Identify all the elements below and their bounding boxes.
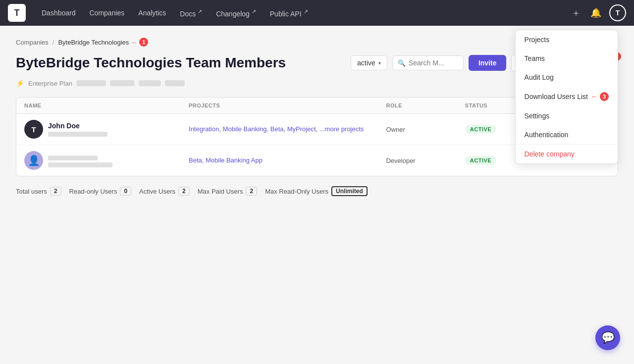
annotation-badge-3: 3 bbox=[600, 92, 609, 101]
total-users-label: Total users bbox=[16, 188, 47, 195]
avatar-2: 👤 bbox=[24, 151, 43, 170]
avatar-1: T bbox=[24, 120, 43, 139]
dropdown-item-delete-company[interactable]: Delete company bbox=[516, 145, 618, 163]
user-name-2-blurred bbox=[48, 156, 98, 160]
status-badge-2: ACTIVE bbox=[465, 156, 496, 165]
search-box: 🔍 bbox=[392, 55, 464, 70]
active-users-label: Active Users bbox=[139, 188, 175, 195]
download-users-label: Download Users List bbox=[525, 93, 588, 101]
dropdown-menu: Projects Teams Audit Log Download Users … bbox=[515, 30, 618, 164]
search-input[interactable] bbox=[409, 59, 458, 67]
topnav-right: ＋ 🔔 T bbox=[570, 4, 626, 21]
nav-dashboard[interactable]: Dashboard bbox=[36, 6, 82, 20]
stats-row: Total users 2 Read-only Users 0 Active U… bbox=[16, 186, 618, 196]
dropdown-item-teams[interactable]: Teams bbox=[516, 49, 618, 68]
user-email-1-blurred bbox=[48, 132, 107, 137]
page-title: ByteBridge Technologies Team Members bbox=[16, 54, 343, 71]
breadcrumb-current-label: ByteBridge Technologies bbox=[58, 39, 129, 46]
blurred-bar-4 bbox=[165, 80, 185, 86]
role-cell-2: Developer bbox=[386, 157, 465, 164]
status-filter[interactable]: active ▾ bbox=[351, 55, 387, 70]
filter-value: active bbox=[357, 59, 375, 67]
nav-changelog[interactable]: Changelog ↗ bbox=[210, 5, 262, 21]
breadcrumb-annotation: ← 1 bbox=[131, 38, 148, 47]
user-cell-1: T John Doe bbox=[24, 120, 189, 139]
active-users-value: 2 bbox=[178, 187, 190, 196]
breadcrumb-companies[interactable]: Companies bbox=[16, 39, 49, 46]
app-logo[interactable]: T bbox=[8, 4, 26, 22]
chevron-down-icon: ▾ bbox=[378, 60, 381, 66]
nav-public-api[interactable]: Public API ↗ bbox=[264, 5, 314, 21]
user-avatar[interactable]: T bbox=[609, 4, 626, 21]
blurred-bar-3 bbox=[139, 80, 161, 86]
top-navigation: T Dashboard Companies Analytics Docs ↗ C… bbox=[0, 0, 634, 26]
enterprise-label: Enterprise Plan bbox=[28, 80, 72, 87]
notifications-icon[interactable]: 🔔 bbox=[588, 5, 603, 20]
user-name-1: John Doe bbox=[48, 122, 107, 130]
user-cell-2: 👤 bbox=[24, 151, 189, 170]
projects-cell-2[interactable]: Beta, Mobile Banking App bbox=[189, 156, 386, 165]
lightning-icon: ⚡ bbox=[16, 79, 24, 87]
user-info-2 bbox=[48, 154, 112, 167]
dropdown-item-projects[interactable]: Projects bbox=[516, 30, 618, 49]
col-name: NAME bbox=[24, 103, 189, 108]
user-email-2-blurred bbox=[48, 162, 112, 167]
search-icon: 🔍 bbox=[398, 59, 406, 67]
nav-companies[interactable]: Companies bbox=[84, 6, 131, 20]
invite-button[interactable]: Invite bbox=[469, 55, 507, 71]
stat-max-paid: Max Paid Users 2 bbox=[198, 187, 257, 196]
total-users-value: 2 bbox=[50, 187, 61, 196]
max-paid-value: 2 bbox=[246, 187, 257, 196]
user-info-1: John Doe bbox=[48, 122, 107, 137]
readonly-users-value: 0 bbox=[120, 187, 131, 196]
stat-readonly-users: Read-only Users 0 bbox=[69, 187, 132, 196]
download-annotation: ← 3 bbox=[591, 92, 609, 101]
col-projects: PROJECTS bbox=[189, 103, 386, 108]
nav-docs[interactable]: Docs ↗ bbox=[174, 5, 208, 21]
max-readonly-label: Max Read-Only Users bbox=[265, 188, 328, 195]
col-role: ROLE bbox=[386, 103, 465, 108]
stat-total-users: Total users 2 bbox=[16, 187, 61, 196]
blurred-bar-1 bbox=[76, 80, 106, 86]
role-cell-1: Owner bbox=[386, 126, 465, 133]
arrow-left-icon: ← bbox=[131, 39, 137, 46]
projects-cell-1[interactable]: Integration, Mobile Banking, Beta, MyPro… bbox=[189, 124, 386, 134]
status-badge-1: ACTIVE bbox=[465, 125, 496, 134]
blurred-bar-2 bbox=[110, 80, 135, 86]
dropdown-item-authentication[interactable]: Authentication bbox=[516, 125, 618, 144]
max-readonly-value: Unlimited bbox=[331, 186, 368, 196]
add-button[interactable]: ＋ bbox=[570, 5, 582, 21]
max-paid-label: Max Paid Users bbox=[198, 188, 243, 195]
arrow-left-icon-2: ← bbox=[591, 93, 598, 101]
readonly-users-label: Read-only Users bbox=[69, 188, 117, 195]
stat-max-readonly: Max Read-Only Users Unlimited bbox=[265, 186, 368, 196]
nav-analytics[interactable]: Analytics bbox=[132, 6, 172, 20]
dropdown-item-settings[interactable]: Settings bbox=[516, 106, 618, 125]
dropdown-item-download[interactable]: Download Users List ← 3 bbox=[516, 87, 618, 106]
dropdown-item-audit-log[interactable]: Audit Log bbox=[516, 68, 618, 87]
annotation-badge-1: 1 bbox=[139, 38, 148, 47]
stat-active-users: Active Users 2 bbox=[139, 187, 190, 196]
